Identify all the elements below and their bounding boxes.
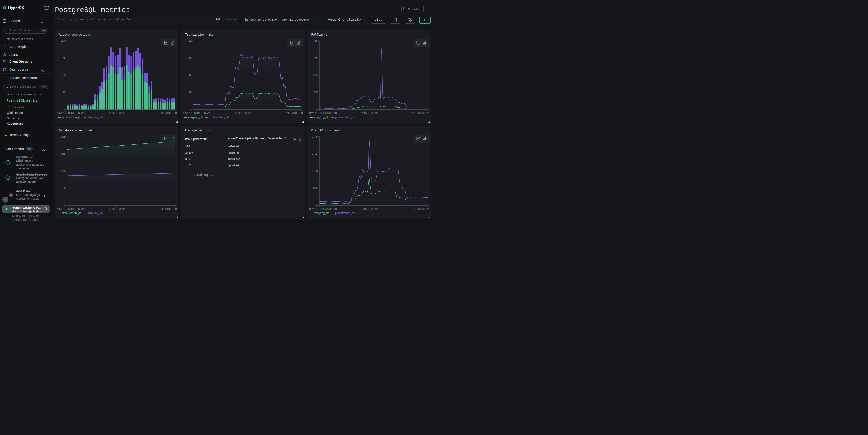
svg-text:11:00:00 AM: 11:00:00 AM [108,111,125,115]
svg-text:20B: 20B [61,135,65,138]
svg-text:Nov 10 12:00:00 AM: Nov 10 12:00:00 AM [57,111,84,115]
svg-text:50: 50 [62,73,65,77]
svg-text:Nov 10 12:00:00 AM: Nov 10 12:00:00 AM [309,111,337,115]
svg-text:100: 100 [61,39,65,42]
svg-text:25: 25 [62,91,65,94]
svg-text:Nov 10 12:00:00 AM: Nov 10 12:00:00 AM [309,207,337,210]
svg-text:250: 250 [313,91,317,94]
svg-text:1K: 1K [315,39,318,42]
svg-text:11:30:00 PM: 11:30:00 PM [160,111,177,115]
svg-text:0: 0 [316,204,318,207]
svg-text:11:30:00 PM: 11:30:00 PM [160,207,177,210]
svg-text:11:00:00 AM: 11:00:00 AM [108,207,125,210]
svg-text:Nov 10 12:00:00 AM: Nov 10 12:00:00 AM [183,111,210,115]
svg-text:0: 0 [64,204,65,207]
svg-text:75: 75 [62,56,65,60]
svg-text:2.4K: 2.4K [312,135,318,138]
svg-text:11:00:00 AM: 11:00:00 AM [234,111,251,115]
svg-text:11:30:00 PM: 11:30:00 PM [412,207,429,210]
svg-text:500: 500 [313,73,317,77]
svg-text:10B: 10B [61,169,65,173]
svg-text:5B: 5B [62,187,66,190]
svg-text:Nov 10 12:00:00 AM: Nov 10 12:00:00 AM [57,207,84,210]
svg-text:2K: 2K [188,91,192,94]
svg-text:0: 0 [316,108,318,111]
svg-text:8K: 8K [188,39,192,42]
svg-text:11:00:00 AM: 11:00:00 AM [361,207,377,210]
svg-text:0: 0 [64,108,65,111]
svg-text:600: 600 [313,187,317,190]
svg-text:1.8K: 1.8K [312,152,318,156]
svg-text:1.2K: 1.2K [312,169,318,173]
svg-text:11:00:00 AM: 11:00:00 AM [361,111,377,115]
svg-text:0: 0 [190,108,191,111]
svg-text:4K: 4K [188,73,192,77]
svg-text:11:30:00 PM: 11:30:00 PM [412,111,429,115]
svg-text:11:30:00 PM: 11:30:00 PM [286,111,303,115]
svg-text:15B: 15B [61,152,65,156]
svg-text:750: 750 [313,56,317,60]
svg-text:6K: 6K [188,56,192,60]
